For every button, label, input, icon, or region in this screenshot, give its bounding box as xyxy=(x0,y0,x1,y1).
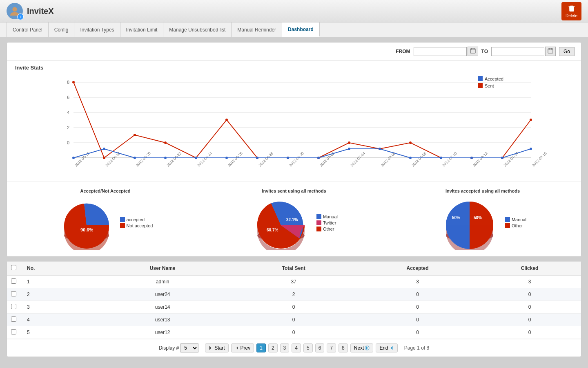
svg-point-73 xyxy=(530,148,532,150)
end-icon xyxy=(389,346,394,350)
prev-label: Prev xyxy=(241,345,251,351)
display-label: Display # xyxy=(159,345,179,351)
table-row: 5 user12 0 0 0 xyxy=(7,326,581,339)
select-all-checkbox[interactable] xyxy=(11,265,16,270)
svg-point-51 xyxy=(348,141,350,144)
svg-point-62 xyxy=(195,157,197,159)
row-total-sent: 37 xyxy=(230,275,357,288)
pie3-other-label: Other xyxy=(512,223,523,228)
pie3-legend-other: Other xyxy=(505,223,526,228)
manual2-color xyxy=(505,217,510,222)
end-label: End xyxy=(379,345,388,351)
row-checkbox-cell xyxy=(7,288,20,301)
start-button[interactable]: Start xyxy=(205,343,228,352)
row-checkbox-cell xyxy=(7,314,20,326)
other2-color xyxy=(505,223,510,228)
date-filter-row: FROM TO xyxy=(7,43,581,60)
add-badge[interactable]: + xyxy=(17,13,24,20)
avatar: + xyxy=(7,3,23,19)
display-wrap: Display # 5 10 20 xyxy=(159,343,198,352)
page-6[interactable]: 6 xyxy=(315,343,325,352)
nav-control-panel[interactable]: Control Panel xyxy=(7,22,49,37)
table-header-row: No. User Name Total Sent Accepted Clicke… xyxy=(7,262,581,276)
pie2-with-legend: 32.1% 60.7% Manual Twitter xyxy=(250,197,338,250)
row-checkbox[interactable] xyxy=(11,316,16,322)
display-select[interactable]: 5 10 20 xyxy=(180,343,198,352)
page-5[interactable]: 5 xyxy=(303,343,313,352)
next-icon xyxy=(365,346,370,350)
pie3-legend: Manual Other xyxy=(505,217,526,229)
page-2[interactable]: 2 xyxy=(268,343,278,352)
nav-invitation-limit[interactable]: Invitation Limit xyxy=(120,22,164,37)
row-checkbox[interactable] xyxy=(11,278,16,284)
pie-sent-methods: Invites sent using all methods xyxy=(200,188,388,250)
svg-text:2012-06-26: 2012-06-26 xyxy=(227,151,243,168)
row-total-sent: 2 xyxy=(230,288,357,301)
svg-point-0 xyxy=(12,7,17,11)
pie2-legend-other: Other xyxy=(316,227,338,231)
prev-button[interactable]: Prev xyxy=(231,343,254,352)
page-3[interactable]: 3 xyxy=(280,343,290,352)
header-checkbox-cell xyxy=(7,262,20,276)
app-title: InviteX xyxy=(27,7,54,16)
row-clicked: 0 xyxy=(478,301,581,314)
end-button[interactable]: End xyxy=(376,343,397,352)
pagination-row: Display # 5 10 20 Start Prev xyxy=(7,339,581,357)
row-checkbox[interactable] xyxy=(11,304,16,309)
from-calendar-button[interactable] xyxy=(468,47,478,56)
nav-manage-unsubscribed[interactable]: Manage Unsubscribed list xyxy=(163,22,232,37)
pie3-with-legend: 50% 50% Manual Other xyxy=(439,197,526,250)
nav-manual-reminder[interactable]: Manual Reminder xyxy=(232,22,282,37)
page-8[interactable]: 8 xyxy=(339,343,348,352)
header-username: User Name xyxy=(95,262,230,276)
svg-rect-6 xyxy=(470,49,475,53)
to-calendar-button[interactable] xyxy=(545,47,556,56)
page-7[interactable]: 7 xyxy=(327,343,336,352)
page-1[interactable]: 1 xyxy=(256,343,266,352)
svg-point-69 xyxy=(409,157,412,159)
pie3-manual-label: Manual xyxy=(512,217,526,222)
svg-point-47 xyxy=(225,119,228,121)
main-content: FROM TO xyxy=(0,37,588,368)
svg-point-53 xyxy=(409,141,412,144)
row-checkbox-cell xyxy=(7,301,20,314)
go-button[interactable]: Go xyxy=(559,47,575,56)
page-4[interactable]: 4 xyxy=(292,343,301,352)
pie3-svg: 50% 50% xyxy=(439,197,500,250)
row-checkbox[interactable] xyxy=(11,291,16,296)
delete-button[interactable]: Delete xyxy=(561,2,581,20)
svg-text:32.1%: 32.1% xyxy=(286,218,298,222)
from-date-input[interactable] xyxy=(414,47,467,56)
to-label: TO xyxy=(481,49,488,54)
table-row: 4 user13 0 0 0 xyxy=(7,314,581,326)
nav-bar: Control Panel Config Invitation Types In… xyxy=(0,22,588,37)
svg-text:2012-07-10: 2012-07-10 xyxy=(441,151,458,168)
svg-point-63 xyxy=(225,157,228,159)
row-checkbox-cell xyxy=(7,275,20,288)
row-no: 1 xyxy=(20,275,95,288)
pie1-not-accepted-label: Not accepted xyxy=(127,223,153,228)
row-username: admin xyxy=(95,275,230,288)
table-row: 1 admin 37 3 3 xyxy=(7,275,581,288)
pie1-title: Accepted/Not Accepted xyxy=(80,188,130,193)
next-button[interactable]: Next xyxy=(350,343,374,352)
start-icon xyxy=(209,346,214,350)
pie1-svg: 90.6% xyxy=(58,197,115,250)
svg-marker-88 xyxy=(236,346,238,350)
row-checkbox[interactable] xyxy=(11,329,16,334)
pie1-legend-not-accepted: Not accepted xyxy=(120,223,153,228)
row-clicked: 0 xyxy=(478,288,581,301)
row-username: user24 xyxy=(95,288,230,301)
calendar-icon xyxy=(548,48,553,54)
svg-marker-89 xyxy=(366,346,368,350)
svg-point-61 xyxy=(164,157,167,159)
svg-rect-74 xyxy=(478,76,483,81)
svg-text:2012-07-04: 2012-07-04 xyxy=(350,151,366,168)
row-username: user14 xyxy=(95,301,230,314)
delete-label: Delete xyxy=(566,13,577,18)
nav-config[interactable]: Config xyxy=(49,22,75,37)
nav-dashboard[interactable]: Dashboard xyxy=(282,22,320,37)
header-left: + InviteX xyxy=(7,3,54,19)
to-date-input[interactable] xyxy=(491,47,544,56)
nav-invitation-types[interactable]: Invitation Types xyxy=(74,22,120,37)
